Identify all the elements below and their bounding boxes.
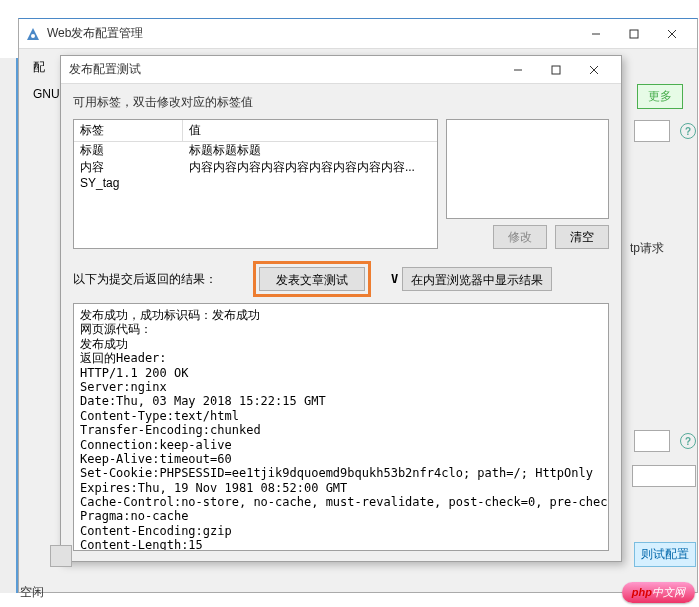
result-label: 以下为提交后返回的结果： bbox=[73, 271, 217, 288]
dropdown-1[interactable] bbox=[634, 120, 670, 142]
table-row[interactable]: SY_tag bbox=[74, 176, 437, 190]
gnu-label: GNU bbox=[33, 84, 60, 109]
dialog-minimize-button[interactable] bbox=[499, 56, 537, 84]
new-button-fragment[interactable] bbox=[50, 545, 72, 567]
publish-test-dialog: 发布配置测试 可用标签，双击修改对应的标签值 标签 值 标题标题标题标题 内容内… bbox=[60, 55, 622, 562]
publish-article-button[interactable]: 发表文章测试 bbox=[259, 267, 365, 291]
svg-point-0 bbox=[31, 34, 35, 38]
test-config-button[interactable]: 则试配置 bbox=[634, 542, 696, 567]
watermark-badge: php中文网 bbox=[622, 582, 695, 603]
clear-button[interactable]: 清空 bbox=[555, 225, 609, 249]
bottom-input[interactable] bbox=[632, 465, 696, 487]
app-icon bbox=[25, 26, 41, 42]
table-row[interactable]: 标题标题标题标题 bbox=[74, 142, 437, 160]
maximize-button[interactable] bbox=[615, 20, 653, 48]
result-textarea[interactable]: 发布成功，成功标识码：发布成功 网页源代码： 发布成功 返回的Header: H… bbox=[73, 303, 609, 551]
status-idle: 空闲 bbox=[20, 584, 44, 601]
preview-box[interactable] bbox=[446, 119, 609, 219]
back-titlebar: Web发布配置管理 bbox=[19, 19, 697, 49]
labels-table[interactable]: 标签 值 标题标题标题标题 内容内容内容内容内容内容内容内容内容内容... SY… bbox=[73, 119, 438, 249]
back-window-title: Web发布配置管理 bbox=[47, 25, 577, 42]
publish-button-highlight: 发表文章测试 bbox=[253, 261, 371, 297]
dialog-titlebar: 发布配置测试 bbox=[61, 56, 621, 84]
config-prefix: 配 bbox=[33, 59, 45, 76]
modify-button[interactable]: 修改 bbox=[493, 225, 547, 249]
dialog-title: 发布配置测试 bbox=[69, 61, 499, 78]
right-side-fragments: ? bbox=[634, 120, 696, 142]
svg-rect-6 bbox=[552, 66, 560, 74]
table-header-label: 标签 bbox=[74, 120, 183, 142]
help-icon[interactable]: ? bbox=[680, 123, 696, 139]
minimize-button[interactable] bbox=[577, 20, 615, 48]
dropdown-2[interactable] bbox=[634, 430, 670, 452]
table-row[interactable]: 内容内容内容内容内容内容内容内容内容内容... bbox=[74, 159, 437, 176]
more-button[interactable]: 更多 bbox=[637, 84, 683, 109]
chevron-down-icon: V bbox=[391, 272, 398, 286]
left-edge-strip bbox=[0, 58, 18, 593]
dialog-maximize-button[interactable] bbox=[537, 56, 575, 84]
svg-rect-2 bbox=[630, 30, 638, 38]
tcp-hint: tp请求 bbox=[630, 240, 664, 257]
show-in-browser-button[interactable]: 在内置浏览器中显示结果 bbox=[402, 267, 552, 291]
table-header-value: 值 bbox=[183, 120, 437, 142]
dialog-window-controls bbox=[499, 56, 613, 84]
dialog-close-button[interactable] bbox=[575, 56, 613, 84]
back-window-controls bbox=[577, 20, 691, 48]
labels-hint: 可用标签，双击修改对应的标签值 bbox=[73, 94, 609, 111]
close-button[interactable] bbox=[653, 20, 691, 48]
help-icon-2[interactable]: ? bbox=[680, 433, 696, 449]
